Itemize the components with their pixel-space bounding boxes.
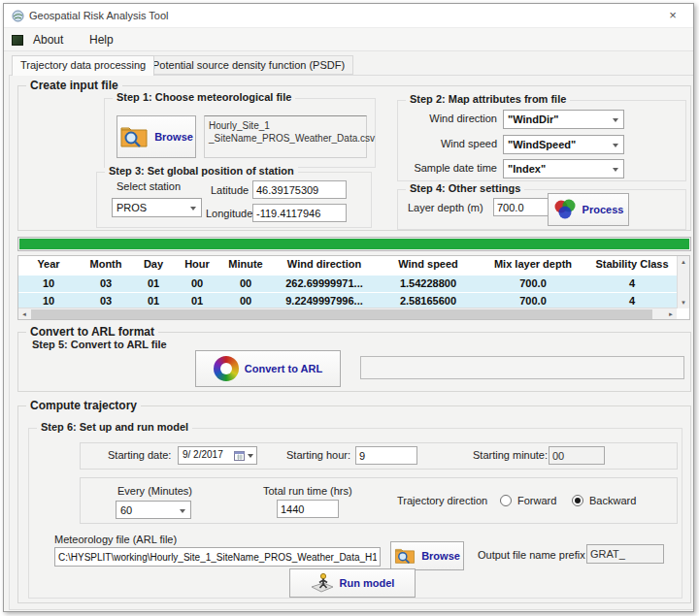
process-button[interactable]: Process	[548, 193, 629, 226]
create-input-group: Create input file Step 1: Choose meteoro…	[17, 85, 691, 231]
step4-group: Step 4: Other settings Layer depth (m) P…	[397, 189, 686, 230]
every-minutes-label: Every (Minutes)	[117, 485, 192, 497]
step2-group: Step 2: Map attributes from file Wind di…	[397, 100, 686, 181]
app-icon	[12, 10, 24, 22]
scroll-left-icon[interactable]	[21, 311, 27, 317]
every-minutes-value: 60	[120, 504, 132, 516]
step5-title: Step 5: Convert to ARL file	[32, 339, 167, 350]
backward-label: Backward	[589, 495, 636, 506]
folder-search-icon	[394, 547, 416, 565]
menu-bar: About Help	[4, 28, 693, 51]
station-select[interactable]: PROS	[112, 198, 202, 217]
col-wind-direction[interactable]: Wind direction	[271, 256, 378, 274]
cell: 00	[220, 276, 271, 292]
wind-speed-select[interactable]: "WindSpeed"	[503, 135, 624, 154]
starting-hour-field[interactable]	[355, 446, 417, 465]
tab-trajectory-data-processing[interactable]: Trajectory data processing	[12, 55, 154, 76]
rgb-circles-icon	[553, 199, 577, 220]
cell: 262.69999971...	[271, 276, 378, 292]
selected-file-line2: _SiteName_PROS_Weather_Data.csv	[209, 132, 362, 145]
trajectory-direction-label: Trajectory direction	[397, 495, 487, 506]
horizontal-scrollbar[interactable]	[18, 308, 677, 319]
forward-radio[interactable]	[500, 495, 512, 506]
scroll-up-icon[interactable]	[681, 259, 686, 265]
table-row[interactable]: 10 03 01 00 00 262.69999971... 1.5422880…	[18, 275, 677, 292]
convert-arl-group: Convert to ARL format Step 5: Convert to…	[17, 332, 691, 392]
col-year[interactable]: Year	[18, 256, 79, 274]
title-bar: Geospatial Risk Analysis Tool ×	[4, 4, 693, 28]
col-hour[interactable]: Hour	[174, 256, 220, 274]
col-stability-class[interactable]: Stability Class	[587, 256, 677, 274]
total-run-time-field[interactable]	[277, 500, 339, 518]
tab-page: Create input file Step 1: Choose meteoro…	[9, 75, 694, 610]
step3-group: Step 3: Set global position of station S…	[96, 172, 372, 228]
starting-date-picker[interactable]: 9/ 2/2017	[178, 446, 257, 465]
col-wind-speed[interactable]: Wind speed	[378, 256, 479, 274]
cell: 01	[133, 276, 174, 292]
col-mix-layer-depth[interactable]: Mix layer depth	[479, 256, 587, 274]
weather-data-table: Year Month Day Hour Minute Wind directio…	[17, 255, 690, 320]
browse-met-file-button[interactable]: Browse	[116, 115, 196, 158]
scroll-right-icon[interactable]	[668, 311, 674, 317]
backward-radio[interactable]	[572, 495, 583, 506]
step2-title: Step 2: Map attributes from file	[406, 93, 570, 105]
starting-date-value: 9/ 2/2017	[183, 449, 223, 460]
compute-trajectory-group: Compute trajectory Step 6: Set up and ru…	[17, 405, 691, 603]
tab-psdf[interactable]: Potential source density function (PSDF)	[144, 55, 353, 75]
close-icon[interactable]: ×	[662, 7, 683, 24]
sample-date-time-select[interactable]: "Index"	[503, 159, 624, 178]
vertical-scrollbar[interactable]	[677, 256, 689, 308]
starting-minute-field[interactable]	[549, 446, 605, 465]
convert-progress-bar	[360, 356, 684, 379]
layer-depth-field[interactable]	[493, 198, 549, 216]
browse-met-file-label: Browse	[154, 131, 193, 143]
menu-about[interactable]: About	[27, 31, 69, 49]
window-title: Geospatial Risk Analysis Tool	[29, 10, 168, 21]
cell: 700.0	[479, 276, 587, 292]
wind-direction-value: "WindDir"	[508, 113, 559, 125]
longitude-label: Longitude	[206, 208, 252, 219]
starting-hour-label: Starting hour:	[286, 449, 350, 461]
scroll-down-icon[interactable]	[681, 300, 686, 306]
app-window: Geospatial Risk Analysis Tool × About He…	[3, 3, 694, 612]
browse-arl-label: Browse	[421, 550, 460, 562]
step1-group: Step 1: Choose meteorological file Brows…	[104, 98, 376, 168]
date-dropdown-icon[interactable]	[248, 454, 253, 461]
runner-icon	[311, 572, 334, 594]
station-value: PROS	[116, 202, 147, 213]
output-prefix-field[interactable]	[586, 544, 664, 564]
table-header-row: Year Month Day Hour Minute Wind directio…	[18, 256, 677, 274]
step6-group: Step 6: Set up and run model Starting da…	[28, 428, 682, 599]
col-day[interactable]: Day	[133, 256, 174, 274]
process-label: Process	[582, 204, 624, 215]
forward-label: Forward	[517, 495, 556, 506]
latitude-field[interactable]	[252, 180, 347, 199]
about-icon	[12, 35, 23, 46]
hscroll-thumb[interactable]	[31, 309, 652, 319]
longitude-field[interactable]	[252, 204, 347, 222]
met-file-label: Meteorology file (ARL file)	[54, 534, 177, 545]
every-minutes-select[interactable]: 60	[116, 501, 191, 519]
convert-to-arl-button[interactable]: Convert to ARL	[195, 350, 341, 387]
wind-direction-select[interactable]: "WindDir"	[503, 110, 624, 129]
cell: 1.54228800	[378, 276, 479, 292]
col-minute[interactable]: Minute	[220, 256, 271, 274]
run-model-button[interactable]: Run model	[289, 568, 416, 598]
sample-date-time-value: "Index"	[508, 163, 546, 175]
met-file-field[interactable]	[54, 547, 381, 567]
folder-search-icon	[119, 125, 149, 148]
convert-arl-title: Convert to ARL format	[26, 325, 158, 339]
run-settings-panel: Every (Minutes) 60 Total run time (hrs) …	[80, 477, 678, 524]
browse-arl-button[interactable]: Browse	[390, 541, 464, 570]
menu-help[interactable]: Help	[83, 31, 119, 49]
cell: 03	[79, 276, 133, 292]
col-month[interactable]: Month	[79, 256, 133, 274]
selected-file-line1: Hourly_Site_1	[209, 119, 362, 132]
run-model-label: Run model	[340, 577, 395, 589]
selected-file-label: Hourly_Site_1 _SiteName_PROS_Weather_Dat…	[204, 115, 367, 158]
total-run-time-label: Total run time (hrs)	[263, 485, 352, 497]
step6-title: Step 6: Set up and run model	[37, 421, 192, 433]
output-prefix-label: Output file name prefix	[478, 549, 585, 561]
calendar-icon	[234, 450, 245, 461]
starting-minute-label: Starting minute:	[473, 449, 548, 461]
